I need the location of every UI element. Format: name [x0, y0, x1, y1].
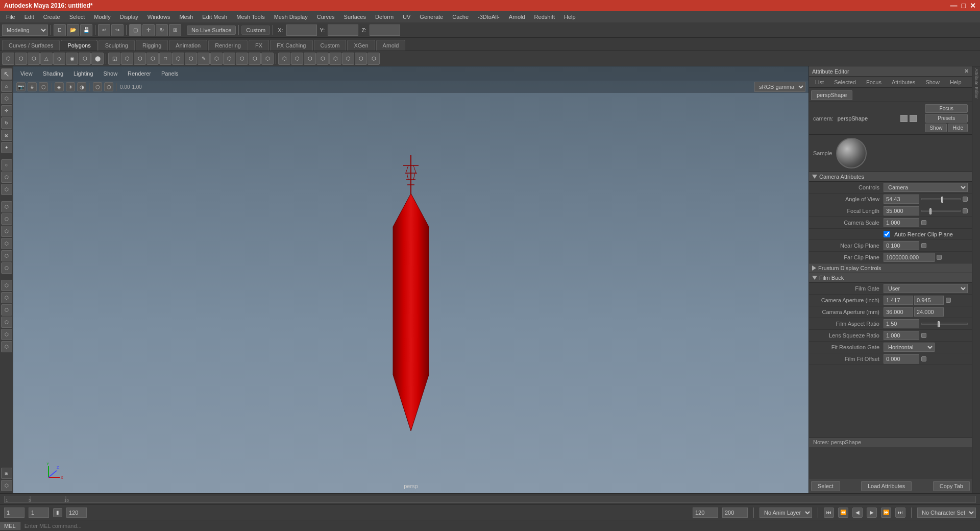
- presets-btn[interactable]: Presets: [925, 114, 968, 123]
- open-btn[interactable]: 📂: [67, 24, 79, 36]
- tab-xgen[interactable]: XGen: [347, 40, 375, 51]
- persp-shape-tab[interactable]: perspShape: [811, 90, 852, 100]
- tab-sculpting[interactable]: Sculpting: [99, 40, 135, 51]
- play-fwd-btn[interactable]: ▶: [867, 508, 877, 518]
- angle-of-view-input[interactable]: [884, 195, 919, 204]
- range-end2-input[interactable]: [722, 508, 748, 518]
- tb2-btn13[interactable]: □: [159, 53, 172, 65]
- focal-length-slider[interactable]: [921, 210, 961, 212]
- ae-tab-attributes[interactable]: Attributes: [888, 78, 919, 86]
- select-button[interactable]: Select: [811, 481, 840, 491]
- auto-render-checkbox[interactable]: [884, 231, 890, 237]
- redo-btn[interactable]: ↪: [111, 24, 124, 36]
- tab-rigging[interactable]: Rigging: [136, 40, 168, 51]
- camera-scale-dot[interactable]: [921, 220, 926, 225]
- attr-editor-close[interactable]: ✕: [964, 68, 969, 75]
- near-clip-input[interactable]: [884, 241, 919, 250]
- lens-squeeze-input[interactable]: [884, 331, 919, 340]
- near-clip-dot[interactable]: [921, 243, 926, 248]
- tb2-btn3[interactable]: ⬡: [28, 53, 40, 65]
- menu-item-cache[interactable]: Cache: [448, 13, 473, 21]
- focal-length-input[interactable]: [884, 206, 919, 215]
- menu-item-help[interactable]: Help: [560, 13, 580, 21]
- tb2-btn19[interactable]: ⬡: [236, 53, 248, 65]
- cam-box1[interactable]: [900, 115, 908, 122]
- tb2-btn29[interactable]: ⬡: [368, 53, 380, 65]
- tb2-btn2[interactable]: ⬡: [15, 53, 27, 65]
- frame-start-input[interactable]: [4, 508, 24, 518]
- vp-cam-btn[interactable]: 📷: [16, 82, 26, 91]
- hypershade[interactable]: ⬡: [1, 317, 12, 328]
- tb2-btn16[interactable]: ✎: [198, 53, 210, 65]
- lasso-tool[interactable]: ⌂: [1, 81, 12, 92]
- film-aspect-slider[interactable]: [921, 323, 968, 325]
- ae-tab-show[interactable]: Show: [921, 78, 944, 86]
- vp-xray-btn[interactable]: ◈: [55, 82, 64, 91]
- menu-item-display[interactable]: Display: [116, 13, 142, 21]
- panels-menu[interactable]: Panels: [158, 69, 182, 78]
- ipr-render[interactable]: ⬡: [1, 292, 12, 303]
- scale-tool[interactable]: ⊞: [169, 24, 181, 36]
- close-btn[interactable]: ✕: [970, 2, 976, 10]
- menu-item-select[interactable]: Select: [65, 13, 89, 21]
- menu-item-windows[interactable]: Windows: [143, 13, 175, 21]
- tab-fx-caching[interactable]: FX Caching: [270, 40, 312, 51]
- select-tool[interactable]: ▢: [129, 24, 141, 36]
- x-input[interactable]: [286, 25, 317, 36]
- mel-input[interactable]: [20, 523, 980, 529]
- menu-item-mesh-display[interactable]: Mesh Display: [270, 13, 312, 21]
- select-tool-btn[interactable]: ↖: [1, 68, 12, 80]
- custom-badge[interactable]: Custom: [241, 26, 270, 35]
- tab-rendering[interactable]: Rendering: [208, 40, 248, 51]
- tb2-btn4[interactable]: △: [40, 53, 53, 65]
- show-manip[interactable]: ⬡: [1, 184, 12, 195]
- next-frame-btn[interactable]: ⏭: [895, 508, 905, 518]
- lighting-menu[interactable]: Lighting: [70, 69, 96, 78]
- mode-select[interactable]: Modeling: [2, 25, 48, 36]
- snap-grid[interactable]: ⬡: [1, 201, 12, 212]
- save-btn[interactable]: 💾: [80, 24, 92, 36]
- render-view[interactable]: ⬡: [1, 280, 12, 291]
- tb2-btn28[interactable]: ⬡: [355, 53, 367, 65]
- soft-mod[interactable]: ○: [1, 159, 12, 171]
- render-settings[interactable]: ⬡: [1, 304, 12, 316]
- scale-tool-btn[interactable]: ⊠: [1, 130, 12, 141]
- next-key-btn[interactable]: ⏩: [881, 508, 891, 518]
- rotate-tool-btn[interactable]: ↻: [1, 117, 12, 129]
- menu-item-arnold[interactable]: Arnold: [505, 13, 529, 21]
- tab-polygons[interactable]: Polygons: [61, 40, 97, 51]
- focus-btn[interactable]: Focus: [925, 104, 968, 113]
- no-live-surface-badge[interactable]: No Live Surface: [187, 26, 236, 35]
- tb2-btn21[interactable]: ⬡: [261, 53, 274, 65]
- renderer-menu[interactable]: Renderer: [125, 69, 154, 78]
- snap-point[interactable]: ⬡: [1, 226, 12, 237]
- vp-shadow-btn[interactable]: ◑: [77, 82, 86, 91]
- tb2-btn11[interactable]: ⬡: [134, 53, 146, 65]
- viewport[interactable]: View Shading Lighting Show Renderer Pane…: [13, 66, 808, 493]
- show-btn[interactable]: Show: [925, 124, 947, 132]
- anim-layer-select[interactable]: No Anim Layer: [760, 508, 812, 518]
- far-clip-dot[interactable]: [937, 255, 942, 260]
- film-fit-offset-dot[interactable]: [921, 356, 926, 361]
- camera-scale-input[interactable]: [884, 218, 919, 227]
- snap-curve[interactable]: ⬡: [1, 213, 12, 225]
- aperture-inch-2[interactable]: [914, 296, 944, 305]
- tb2-btn12[interactable]: ⬡: [146, 53, 159, 65]
- ae-tab-focus[interactable]: Focus: [862, 78, 886, 86]
- move-tool-btn[interactable]: ✛: [1, 105, 12, 116]
- undo-btn[interactable]: ↩: [98, 24, 110, 36]
- tb2-btn15[interactable]: ⬡: [185, 53, 197, 65]
- vp-grid-btn[interactable]: #: [28, 82, 37, 91]
- view-menu[interactable]: View: [17, 69, 36, 78]
- attr-editor-side-label[interactable]: Attribute Editor: [974, 68, 979, 99]
- aperture-inch-dot[interactable]: [946, 298, 951, 303]
- tb2-btn27[interactable]: ⬡: [342, 53, 354, 65]
- angle-of-view-slider[interactable]: [921, 198, 961, 200]
- menu-item-edit-mesh[interactable]: Edit Mesh: [198, 13, 231, 21]
- timeline-ruler[interactable]: 1 5 10: [4, 496, 976, 503]
- fit-resolution-select[interactable]: Horizontal: [884, 343, 935, 352]
- snap-surface[interactable]: ⬡: [1, 238, 12, 249]
- menu-item-deform[interactable]: Deform: [371, 13, 398, 21]
- film-back-section[interactable]: Film Back: [809, 273, 972, 283]
- tb2-btn18[interactable]: ⬡: [223, 53, 235, 65]
